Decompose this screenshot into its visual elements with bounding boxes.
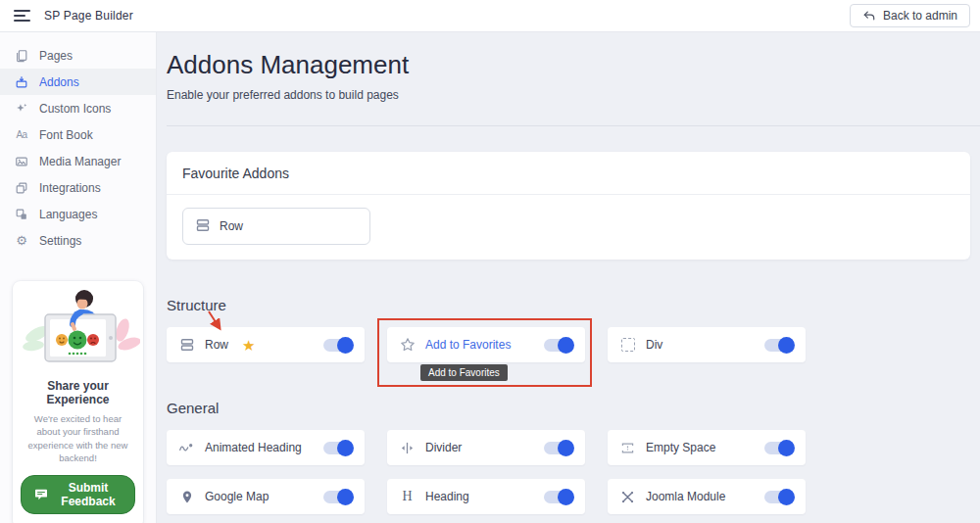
languages-icon: [14, 207, 29, 222]
addon-wrap-animated-heading: Animated Heading: [167, 430, 365, 465]
divider-icon: [399, 442, 416, 454]
favourite-addons-title: Favourite Addons: [167, 152, 970, 195]
header-divider: [167, 125, 980, 126]
sidebar-item-label: Settings: [39, 234, 81, 248]
favourite-addon-label: Row: [220, 219, 243, 233]
sidebar-item-label: Integrations: [39, 181, 101, 195]
sidebar-item-label: Custom Icons: [39, 102, 111, 116]
addon-toggle[interactable]: [323, 442, 353, 454]
addon-wrap-divider: Divider: [387, 430, 585, 465]
favourite-star-icon[interactable]: ★: [242, 338, 255, 353]
row-icon: [178, 337, 195, 353]
sidebar-item-pages[interactable]: Pages: [0, 42, 156, 69]
addon-toggle[interactable]: [764, 491, 794, 503]
pages-icon: [14, 48, 29, 64]
sidebar-nav: Pages Addons Custom Icons Aa Font Book: [0, 42, 156, 254]
chat-bubble-icon: [34, 489, 48, 500]
feedback-card: Share your Experience We're excited to h…: [13, 281, 143, 523]
addon-card-row: Row ★: [167, 327, 365, 362]
favourite-addons-card: Favourite Addons Row: [167, 152, 970, 260]
sidebar-item-media-manager[interactable]: Media Manager: [0, 148, 156, 174]
div-icon: [619, 338, 636, 352]
sidebar-item-label: Languages: [39, 208, 97, 221]
addon-wrap-google-map: Google Map: [167, 479, 365, 514]
sidebar-item-label: Addons: [39, 75, 79, 89]
custom-icons-icon: [14, 101, 29, 117]
add-to-favorites-tooltip: Add to Favorites: [420, 364, 508, 381]
addon-label: Div: [646, 338, 662, 352]
addon-toggle[interactable]: [544, 442, 573, 454]
addon-toggle[interactable]: [764, 442, 794, 454]
addon-wrap-joomla-module: Joomla Module: [608, 479, 806, 514]
font-book-icon: Aa: [14, 127, 29, 143]
sidebar-item-integrations[interactable]: Integrations: [0, 174, 156, 201]
addon-wrap-row: Row ★: [167, 327, 365, 362]
feedback-illustration: [21, 289, 135, 377]
general-addons-grid: Animated Heading Divider: [167, 430, 970, 514]
addon-label: Google Map: [205, 490, 269, 503]
section-title-general: General: [167, 400, 970, 416]
sidebar: Pages Addons Custom Icons Aa Font Book: [0, 32, 157, 523]
addon-toggle[interactable]: [544, 491, 573, 503]
addon-wrap-heading: H Heading: [387, 479, 585, 514]
feedback-title: Share your Experience: [21, 379, 135, 406]
addon-label: Divider: [425, 441, 462, 454]
section-title-structure: Structure: [167, 297, 970, 313]
addons-icon: [14, 74, 29, 90]
addon-wrap-empty-space: Empty Space: [608, 430, 806, 465]
favourite-addon-row[interactable]: Row: [182, 208, 370, 245]
integrations-icon: [14, 180, 29, 196]
sidebar-item-label: Media Manager: [39, 155, 121, 168]
row-icon: [195, 217, 211, 236]
app-title: SP Page Builder: [44, 9, 133, 23]
addon-label: Add to Favorites: [425, 338, 511, 352]
star-outline-icon[interactable]: [399, 337, 416, 353]
addon-toggle[interactable]: [764, 339, 794, 352]
addon-label: Animated Heading: [205, 441, 302, 454]
settings-icon: ⚙: [14, 233, 29, 249]
addon-toggle[interactable]: [544, 339, 573, 352]
addon-card-joomla-module: Joomla Module: [608, 479, 806, 514]
addon-card-add-to-favorites: Add to Favorites: [387, 327, 585, 362]
page-subtitle: Enable your preferred addons to build pa…: [167, 88, 970, 102]
sidebar-item-custom-icons[interactable]: Custom Icons: [0, 95, 156, 121]
addon-card-heading: H Heading: [387, 479, 585, 514]
feedback-message: We're excited to hear about your firstha…: [24, 412, 131, 465]
empty-space-icon: [619, 442, 636, 454]
sidebar-item-languages[interactable]: Languages: [0, 201, 156, 227]
page-title: Addons Management: [167, 50, 970, 80]
addon-card-animated-heading: Animated Heading: [167, 430, 365, 465]
sidebar-item-addons[interactable]: Addons: [0, 69, 156, 95]
addon-label: Heading: [425, 490, 469, 503]
addon-card-div: Div: [608, 327, 806, 362]
addon-label: Joomla Module: [646, 490, 725, 503]
media-manager-icon: [14, 154, 29, 169]
addon-card-divider: Divider: [387, 430, 585, 465]
sidebar-item-label: Font Book: [39, 128, 93, 142]
google-map-icon: [178, 490, 195, 504]
hamburger-menu-icon[interactable]: [14, 10, 30, 22]
addon-wrap-add-to-favorites: Add to Favorites Add to Favorites: [387, 327, 585, 362]
submit-feedback-label: Submit Feedback: [55, 481, 122, 508]
addon-label: Empty Space: [646, 441, 715, 454]
sidebar-item-label: Pages: [39, 49, 73, 63]
back-arrow-icon: [862, 10, 876, 22]
addon-card-empty-space: Empty Space: [608, 430, 806, 465]
back-button-label: Back to admin: [883, 9, 957, 23]
animated-heading-icon: [178, 442, 195, 454]
submit-feedback-button[interactable]: Submit Feedback: [21, 475, 135, 514]
addon-card-google-map: Google Map: [167, 479, 365, 514]
addon-toggle[interactable]: [323, 339, 353, 352]
addon-toggle[interactable]: [323, 491, 353, 503]
sidebar-item-font-book[interactable]: Aa Font Book: [0, 121, 156, 148]
sidebar-item-settings[interactable]: ⚙ Settings: [0, 227, 156, 254]
joomla-module-icon: [619, 490, 636, 504]
back-to-admin-button[interactable]: Back to admin: [850, 4, 970, 27]
addon-label: Row: [205, 338, 228, 352]
heading-icon: H: [399, 489, 416, 504]
topbar: SP Page Builder Back to admin: [0, 0, 980, 32]
addon-wrap-div: Div: [608, 327, 806, 362]
main-content: Addons Management Enable your preferred …: [157, 32, 980, 523]
structure-addons-grid: Row ★ Add to Favorites Add to Favorites: [167, 327, 970, 362]
